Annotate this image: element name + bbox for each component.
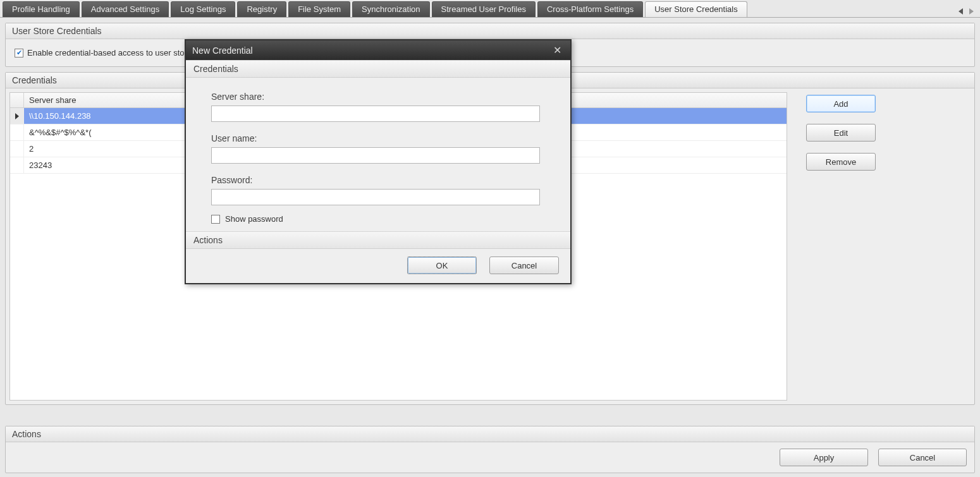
dialog-actions-header: Actions — [186, 232, 570, 249]
enable-credential-checkbox[interactable] — [15, 49, 23, 57]
group-header: User Store Credentials — [6, 23, 974, 39]
server-share-label: Server share: — [211, 92, 545, 102]
dialog-cancel-button[interactable]: Cancel — [489, 257, 559, 274]
row-indicator-cell — [10, 141, 24, 157]
dialog-title: New Credential — [192, 45, 253, 56]
new-credential-dialog: New Credential ✕ Credentials Server shar… — [185, 39, 572, 284]
username-input[interactable] — [211, 147, 540, 164]
show-password-checkbox[interactable] — [211, 215, 220, 224]
remove-button[interactable]: Remove — [806, 153, 876, 171]
tab-advanced-settings[interactable]: Advanced Settings — [82, 1, 169, 17]
tab-scroll-left-icon[interactable] — [959, 8, 963, 15]
tab-profile-handling[interactable]: Profile Handling — [3, 1, 80, 17]
enable-credential-label: Enable credential-based access to user s… — [27, 48, 196, 57]
password-label: Password: — [211, 175, 545, 185]
username-label: User name: — [211, 133, 545, 143]
tabs-bar: Profile Handling Advanced Settings Log S… — [0, 0, 980, 18]
show-password-row[interactable]: Show password — [211, 214, 545, 224]
row-indicator-icon — [15, 113, 19, 119]
tab-registry[interactable]: Registry — [237, 1, 286, 17]
tab-cross-platform-settings[interactable]: Cross-Platform Settings — [537, 1, 643, 17]
dialog-titlebar[interactable]: New Credential ✕ — [186, 40, 570, 60]
show-password-label: Show password — [225, 214, 283, 224]
edit-button[interactable]: Edit — [806, 124, 876, 142]
dialog-credentials-group: Credentials Server share: User name: Pas… — [186, 60, 570, 231]
dialog-credentials-header: Credentials — [186, 61, 570, 78]
row-indicator-cell — [10, 157, 24, 173]
cell-server-share: 23243 — [24, 159, 57, 172]
tab-synchronization[interactable]: Synchronization — [352, 1, 430, 17]
add-button[interactable]: Add — [806, 95, 876, 112]
ok-button[interactable]: OK — [407, 257, 477, 274]
page-actions-group: Actions Apply Cancel — [5, 426, 975, 473]
row-indicator-cell — [10, 124, 24, 140]
tab-log-settings[interactable]: Log Settings — [171, 1, 235, 17]
row-indicator-cell — [10, 108, 24, 124]
cell-server-share: 2 — [24, 142, 39, 155]
server-share-input[interactable] — [211, 106, 540, 122]
password-input[interactable] — [211, 189, 540, 205]
dialog-actions-group: Actions OK Cancel — [186, 231, 570, 283]
table-gutter-header — [10, 93, 24, 107]
close-icon[interactable]: ✕ — [551, 44, 564, 56]
tab-streamed-user-profiles[interactable]: Streamed User Profiles — [432, 1, 536, 17]
cell-server-share: \\10.150.144.238 — [24, 109, 96, 123]
tab-scroll-right-icon[interactable] — [969, 8, 974, 15]
page-actions-header: Actions — [6, 426, 974, 442]
cancel-button[interactable]: Cancel — [878, 449, 967, 466]
apply-button[interactable]: Apply — [780, 449, 868, 466]
tab-user-store-credentials[interactable]: User Store Credentials — [645, 1, 747, 17]
credentials-side-buttons: Add Edit Remove — [806, 92, 971, 401]
tab-file-system[interactable]: File System — [288, 1, 350, 17]
cell-server-share: &^%&$#^$%^&*( — [24, 126, 97, 139]
table-col-server-share[interactable]: Server share — [24, 93, 81, 107]
tab-scroll-arrows — [955, 6, 977, 17]
